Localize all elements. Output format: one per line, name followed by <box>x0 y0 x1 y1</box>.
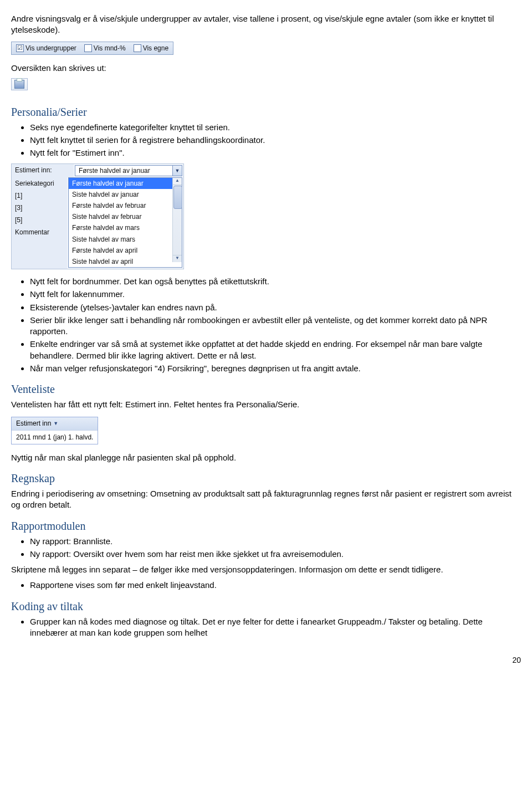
venteliste-header-label: Estimert inn <box>16 419 51 428</box>
list-item: Ny rapport: Brannliste. <box>30 536 521 547</box>
venteliste-p1: Ventelisten har fått ett nytt felt: Esti… <box>11 399 521 410</box>
list-item: Nytt felt for bordnummer. Det kan også b… <box>30 276 521 287</box>
list-personalia-a: Seks nye egendefinerte kategorifelter kn… <box>11 122 521 159</box>
checkbox-undergrupper-box: ☑ <box>16 44 24 52</box>
list-item: Nytt felt for lakennummer. <box>30 289 521 300</box>
venteliste-field-widget: Estimert inn ▼ 2011 mnd 1 (jan) 1. halvd… <box>11 417 98 444</box>
list-item: Nytt felt for "Estimert inn". <box>30 147 521 158</box>
sort-arrow-icon: ▼ <box>53 420 58 427</box>
printer-icon <box>14 80 24 89</box>
regnskap-p: Endring i periodisering av omsetning: Om… <box>11 488 521 511</box>
list-item: Seks nye egendefinerte kategorifelter kn… <box>30 122 521 133</box>
field-label-estimert-inn: Estimert inn: <box>12 164 74 177</box>
venteliste-column-header[interactable]: Estimert inn ▼ <box>12 417 98 429</box>
dropdown-option[interactable]: Første halvdel av mars <box>69 222 173 233</box>
dropdown-option[interactable]: Siste halvdel av februar <box>69 211 173 222</box>
section-regnskap: Regnskap <box>11 471 521 486</box>
check-mnd[interactable]: Vis mnd-% <box>84 44 126 53</box>
checkbox-mnd-box <box>84 44 92 52</box>
side-row-label: [1] <box>12 190 67 202</box>
venteliste-p2: Nyttig når man skal planlegge når pasien… <box>11 452 521 463</box>
dropdown-list: ▲ ▼ Første halvdel av januar Siste halvd… <box>68 177 182 268</box>
check-mnd-label: Vis mnd-% <box>94 44 126 53</box>
dropdown-value: Første halvdel av januar <box>75 166 172 175</box>
list-item: Rapportene vises som før med enkelt linj… <box>30 580 521 591</box>
dropdown-option[interactable]: Siste halvdel av mars <box>69 234 173 245</box>
scroll-down-icon[interactable]: ▼ <box>173 255 182 262</box>
section-rapportmodulen: Rapportmodulen <box>11 519 521 534</box>
dropdown-option[interactable]: Første halvdel av januar <box>69 178 173 189</box>
dropdown-option[interactable]: Siste halvdel av januar <box>69 189 173 200</box>
check-undergrupper-label: Vis undergrupper <box>25 44 76 53</box>
list-personalia-b: Nytt felt for bordnummer. Det kan også b… <box>11 276 521 374</box>
list-item: Nytt felt knyttet til serien for å regis… <box>30 135 521 146</box>
list-koding: Grupper kan nå kodes med diagnose og til… <box>11 616 521 639</box>
list-item: Grupper kan nå kodes med diagnose og til… <box>30 616 521 639</box>
list-item: Ny rapport: Oversikt over hvem som har r… <box>30 549 521 560</box>
oversikt-lead: Oversikten kan skrives ut: <box>11 63 521 74</box>
list-rapport-a: Ny rapport: Brannliste. Ny rapport: Over… <box>11 536 521 560</box>
page-number: 20 <box>11 655 521 666</box>
dropdown-option[interactable]: Første halvdel av februar <box>69 200 173 211</box>
section-koding: Koding av tiltak <box>11 599 521 614</box>
intro-paragraph: Andre visningsvalg er å vise/skjule unde… <box>11 13 521 36</box>
list-rapport-b: Rapportene vises som før med enkelt linj… <box>11 580 521 591</box>
section-personalia: Personalia/Serier <box>11 105 521 120</box>
list-item: Eksisterende (ytelses-)avtaler kan endre… <box>30 302 521 313</box>
section-venteliste: Venteliste <box>11 382 521 397</box>
dropdown-option[interactable]: Siste halvdel av april <box>69 256 173 267</box>
list-item: Enkelte endringer var så små at systemet… <box>30 339 521 361</box>
checkbox-egne-box <box>134 44 141 52</box>
side-row-label: [3] <box>12 202 67 214</box>
check-egne[interactable]: Vis egne <box>134 44 168 53</box>
dropdown-arrow-icon[interactable]: ▼ <box>172 166 182 176</box>
side-row-label: [5] <box>12 214 67 226</box>
display-options-bar: ☑Vis undergrupper Vis mnd-% Vis egne <box>11 42 173 55</box>
scroll-thumb[interactable] <box>173 186 182 209</box>
check-egne-label: Vis egne <box>143 44 168 53</box>
estimert-inn-dropdown[interactable]: Første halvdel av januar ▼ <box>75 165 182 176</box>
dropdown-option[interactable]: Første halvdel av april <box>69 245 173 256</box>
rapport-p: Skriptene må legges inn separat – de føl… <box>11 564 521 575</box>
venteliste-value: 2011 mnd 1 (jan) 1. halvd. <box>12 430 98 444</box>
side-row-label: Seriekategori <box>12 177 67 190</box>
estimert-inn-widget: Estimert inn: Første halvdel av januar ▼… <box>11 163 184 270</box>
dropdown-scrollbar[interactable]: ▲ ▼ <box>172 178 182 262</box>
scroll-up-icon[interactable]: ▲ <box>173 178 182 185</box>
print-button[interactable] <box>11 78 28 90</box>
side-row-label: Kommentar <box>12 226 67 238</box>
list-item: Serier blir ikke lenger satt i behandlin… <box>30 315 521 337</box>
check-undergrupper[interactable]: ☑Vis undergrupper <box>16 44 76 53</box>
list-item: Når man velger refusjonskategori "4) For… <box>30 363 521 374</box>
